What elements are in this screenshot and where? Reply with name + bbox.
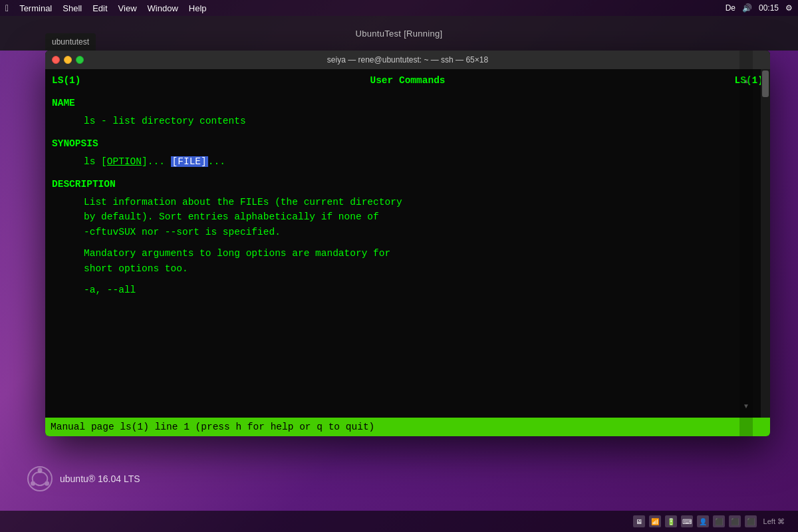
status-bar: Manual page ls(1) line 1 (press h for he… <box>45 418 770 436</box>
menu-window[interactable]: Window <box>148 3 178 13</box>
taskbar-icon-4[interactable]: ⌨ <box>681 515 693 527</box>
man-header: LS(1) User Commands LS(1) <box>52 73 763 88</box>
description-section: DESCRIPTION List information about the F… <box>52 177 763 297</box>
description-label: DESCRIPTION <box>52 177 763 192</box>
option-text: OPTION <box>107 156 142 167</box>
ubuntu-text: ubuntu® 16.04 LTS <box>60 473 140 484</box>
taskbar-icon-5[interactable]: 👤 <box>697 515 709 527</box>
window-chrome: UbuntuTest [Running] <box>0 16 798 51</box>
terminal-scrollbar[interactable] <box>761 69 770 418</box>
description-line3: -cftuvSUX nor --sort is specified. <box>52 225 763 239</box>
terminal-content[interactable]: LS(1) User Commands LS(1) NAME ls - list… <box>45 69 770 418</box>
description-line6: short options too. <box>52 261 763 276</box>
taskbar-icon-2[interactable]: 📶 <box>649 515 661 527</box>
menu-view[interactable]: View <box>118 3 137 13</box>
name-content: ls - list directory contents <box>52 114 763 128</box>
clock: 00:15 <box>759 3 779 13</box>
ubuntu-branding: ubuntu® 16.04 LTS <box>27 466 140 492</box>
bottom-icons: 🖥 📶 🔋 ⌨ 👤 ⬛ ⬛ ⬛ Left ⌘ <box>633 515 785 527</box>
minimize-button[interactable] <box>64 56 72 64</box>
description-line5: Mandatory arguments to long options are … <box>52 246 763 261</box>
terminal-title-text: seiya — rene@ubuntutest: ~ — ssh — 65×18 <box>327 55 488 65</box>
file-highlight: [FILE] <box>171 156 208 167</box>
menu-terminal[interactable]: Terminal <box>19 3 52 13</box>
header-left: LS(1) <box>52 73 81 88</box>
taskbar-icon-7[interactable]: ⬛ <box>729 515 741 527</box>
volume-icon: 🔊 <box>742 3 752 13</box>
synopsis-content: ls [OPTION]... [FILE]... <box>52 154 763 169</box>
bottom-bar: 🖥 📶 🔋 ⌨ 👤 ⬛ ⬛ ⬛ Left ⌘ <box>0 511 798 532</box>
menu-shell[interactable]: Shell <box>63 3 82 13</box>
scroll-thumb[interactable] <box>762 70 769 97</box>
synopsis-section: SYNOPSIS ls [OPTION]... [FILE]... <box>52 136 763 169</box>
window-title: UbuntuTest [Running] <box>355 29 442 39</box>
description-line8: -a, --all <box>52 283 763 297</box>
svg-point-3 <box>31 481 35 486</box>
terminal-tab[interactable]: ubuntutest <box>45 33 96 51</box>
close-button[interactable] <box>52 56 60 64</box>
traffic-lights <box>52 56 84 64</box>
menu-help[interactable]: Help <box>189 3 207 13</box>
terminal-window: seiya — rene@ubuntutest: ~ — ssh — 65×18… <box>45 51 770 436</box>
keyboard-indicator: De <box>726 3 735 13</box>
tab-label: ubuntutest <box>52 37 89 47</box>
name-label: NAME <box>52 96 763 110</box>
terminal-titlebar: seiya — rene@ubuntutest: ~ — ssh — 65×18 <box>45 51 770 69</box>
panel-icon-up[interactable]: ▲ <box>743 77 749 84</box>
menu-bar:  Terminal Shell Edit View Window Help D… <box>0 0 798 16</box>
taskbar-icon-8[interactable]: ⬛ <box>745 515 757 527</box>
taskbar-icon-1[interactable]: 🖥 <box>633 515 645 527</box>
name-section: NAME ls - list directory contents <box>52 96 763 128</box>
svg-point-2 <box>45 481 49 486</box>
header-center: User Commands <box>370 73 445 88</box>
settings-icon[interactable]: ⚙ <box>785 3 793 13</box>
left-shortcut: Left ⌘ <box>763 517 785 526</box>
menu-bar-right: De 🔊 00:15 ⚙ <box>726 3 793 13</box>
synopsis-label: SYNOPSIS <box>52 136 763 151</box>
ubuntu-logo-icon <box>27 466 53 492</box>
taskbar-icon-3[interactable]: 🔋 <box>665 515 677 527</box>
taskbar-icon-6[interactable]: ⬛ <box>713 515 725 527</box>
description-line2: by default). Sort entries alphabetically… <box>52 209 763 224</box>
status-text: Manual page ls(1) line 1 (press h for he… <box>51 422 374 432</box>
side-panel: ▲ ▼ <box>739 51 753 436</box>
maximize-button[interactable] <box>76 56 84 64</box>
menu-bar-left:  Terminal Shell Edit View Window Help <box>5 3 207 13</box>
description-line1: List information about the FILEs (the cu… <box>52 195 763 209</box>
menu-edit[interactable]: Edit <box>92 3 107 13</box>
panel-icon-down[interactable]: ▼ <box>743 402 749 410</box>
apple-menu[interactable]:  <box>5 3 9 13</box>
